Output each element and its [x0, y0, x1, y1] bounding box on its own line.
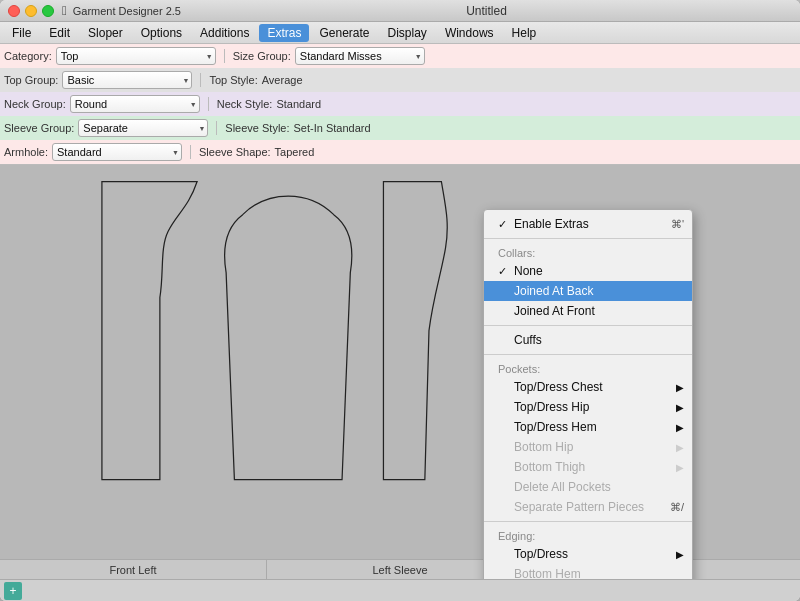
menu-generate[interactable]: Generate	[311, 24, 377, 42]
menu-file[interactable]: File	[4, 24, 39, 42]
front-left-piece	[102, 182, 197, 480]
top-group-select-wrap: Basic	[62, 71, 192, 89]
top-group-select[interactable]: Basic	[62, 71, 192, 89]
divider-1	[484, 238, 692, 239]
menu-cuffs[interactable]: Cuffs	[484, 330, 692, 350]
collar-none-label: None	[514, 264, 543, 278]
armhole-select-wrap: Standard	[52, 143, 182, 161]
sleeve-style-label: Sleeve Style:	[225, 122, 289, 134]
main-area: Front Left Left Sleeve Back Left ✓ Enabl…	[0, 165, 800, 579]
divider-2	[484, 325, 692, 326]
apple-icon: 	[62, 3, 67, 18]
separate-label: Separate Pattern Pieces	[514, 500, 644, 514]
size-group-select-wrap: Standard Misses	[295, 47, 425, 65]
menu-separate-pattern: Separate Pattern Pieces ⌘/	[484, 497, 692, 517]
menubar: File Edit Sloper Options Additions Extra…	[0, 22, 800, 44]
menu-pocket-hem[interactable]: Top/Dress Hem ▶	[484, 417, 692, 437]
menu-collar-none[interactable]: ✓ None	[484, 261, 692, 281]
toolbar-row-3: Neck Group: Round Neck Style: Standard	[0, 92, 800, 116]
menu-edging-top-dress[interactable]: Top/Dress ▶	[484, 544, 692, 564]
collar-front-label: Joined At Front	[514, 304, 595, 318]
toolbar-row-4: Sleeve Group: Separate Sleeve Style: Set…	[0, 116, 800, 140]
top-style-label: Top Style:	[209, 74, 257, 86]
category-select[interactable]: Top	[56, 47, 216, 65]
menu-options[interactable]: Options	[133, 24, 190, 42]
extras-menu[interactable]: ✓ Enable Extras ⌘' Collars: ✓ None Joine…	[483, 209, 693, 579]
maximize-button[interactable]	[42, 5, 54, 17]
menu-pocket-bottom-thigh: Bottom Thigh ▶	[484, 457, 692, 477]
pocket-hem-arrow: ▶	[676, 422, 684, 433]
top-style-value: Average	[262, 74, 303, 86]
back-left-piece	[383, 182, 447, 480]
pocket-hip-label: Top/Dress Hip	[514, 400, 589, 414]
app-window:  Garment Designer 2.5 Untitled File Edi…	[0, 0, 800, 601]
pocket-hem-label: Top/Dress Hem	[514, 420, 597, 434]
collar-none-check: ✓	[498, 265, 512, 278]
menu-delete-all-pockets: Delete All Pockets	[484, 477, 692, 497]
edging-hem-label: Bottom Hem	[514, 567, 581, 579]
menu-windows[interactable]: Windows	[437, 24, 502, 42]
size-group-select[interactable]: Standard Misses	[295, 47, 425, 65]
edging-top-label: Top/Dress	[514, 547, 568, 561]
neck-group-select-wrap: Round	[70, 95, 200, 113]
menu-enable-extras[interactable]: ✓ Enable Extras ⌘'	[484, 214, 692, 234]
sleeve-shape-value: Tapered	[275, 146, 315, 158]
toolbar-row-5: Armhole: Standard Sleeve Shape: Tapered	[0, 140, 800, 164]
neck-style-label: Neck Style:	[217, 98, 273, 110]
pocket-thigh-label: Bottom Thigh	[514, 460, 585, 474]
toolbar-row-1: Category: Top Size Group: Standard Misse…	[0, 44, 800, 68]
traffic-lights	[8, 5, 54, 17]
enable-check: ✓	[498, 218, 512, 231]
divider-4	[484, 521, 692, 522]
menu-additions[interactable]: Additions	[192, 24, 257, 42]
toolbar: Category: Top Size Group: Standard Misse…	[0, 44, 800, 165]
divider-3	[484, 354, 692, 355]
edging-top-arrow: ▶	[676, 549, 684, 560]
pockets-section-label: Pockets:	[484, 359, 692, 377]
size-group-label: Size Group:	[233, 50, 291, 62]
minimize-button[interactable]	[25, 5, 37, 17]
neck-group-select[interactable]: Round	[70, 95, 200, 113]
edging-section-label: Edging:	[484, 526, 692, 544]
menu-collar-joined-back[interactable]: Joined At Back	[484, 281, 692, 301]
sleeve-group-label: Sleeve Group:	[4, 122, 74, 134]
menu-extras[interactable]: Extras	[259, 24, 309, 42]
sleeve-group-select-wrap: Separate	[78, 119, 208, 137]
pocket-chest-label: Top/Dress Chest	[514, 380, 603, 394]
close-button[interactable]	[8, 5, 20, 17]
add-button[interactable]: +	[4, 582, 22, 600]
enable-label: Enable Extras	[514, 217, 589, 231]
menu-edging-bottom-hem: Bottom Hem	[484, 564, 692, 579]
menu-display[interactable]: Display	[380, 24, 435, 42]
collar-back-label: Joined At Back	[514, 284, 593, 298]
separate-shortcut: ⌘/	[670, 501, 684, 514]
collars-section-label: Collars:	[484, 243, 692, 261]
pocket-thigh-arrow: ▶	[676, 462, 684, 473]
category-select-wrap: Top	[56, 47, 216, 65]
category-label: Category:	[4, 50, 52, 62]
sleeve-shape-label: Sleeve Shape:	[199, 146, 271, 158]
enable-shortcut: ⌘'	[671, 218, 684, 231]
label-front-left: Front Left	[0, 560, 267, 579]
neck-style-value: Standard	[276, 98, 321, 110]
pocket-bottom-hip-label: Bottom Hip	[514, 440, 573, 454]
menu-edit[interactable]: Edit	[41, 24, 78, 42]
window-title: Untitled	[181, 4, 792, 18]
neck-group-label: Neck Group:	[4, 98, 66, 110]
menu-pocket-hip[interactable]: Top/Dress Hip ▶	[484, 397, 692, 417]
menu-sloper[interactable]: Sloper	[80, 24, 131, 42]
pocket-hip-arrow: ▶	[676, 402, 684, 413]
menu-help[interactable]: Help	[504, 24, 545, 42]
titlebar:  Garment Designer 2.5 Untitled	[0, 0, 800, 22]
pocket-bottom-hip-arrow: ▶	[676, 442, 684, 453]
pocket-chest-arrow: ▶	[676, 382, 684, 393]
sleeve-style-value: Set-In Standard	[294, 122, 371, 134]
add-icon: +	[9, 584, 16, 598]
cuffs-label: Cuffs	[514, 333, 542, 347]
menu-pocket-chest[interactable]: Top/Dress Chest ▶	[484, 377, 692, 397]
toolbar-row-2: Top Group: Basic Top Style: Average	[0, 68, 800, 92]
armhole-label: Armhole:	[4, 146, 48, 158]
menu-collar-joined-front[interactable]: Joined At Front	[484, 301, 692, 321]
sleeve-group-select[interactable]: Separate	[78, 119, 208, 137]
armhole-select[interactable]: Standard	[52, 143, 182, 161]
